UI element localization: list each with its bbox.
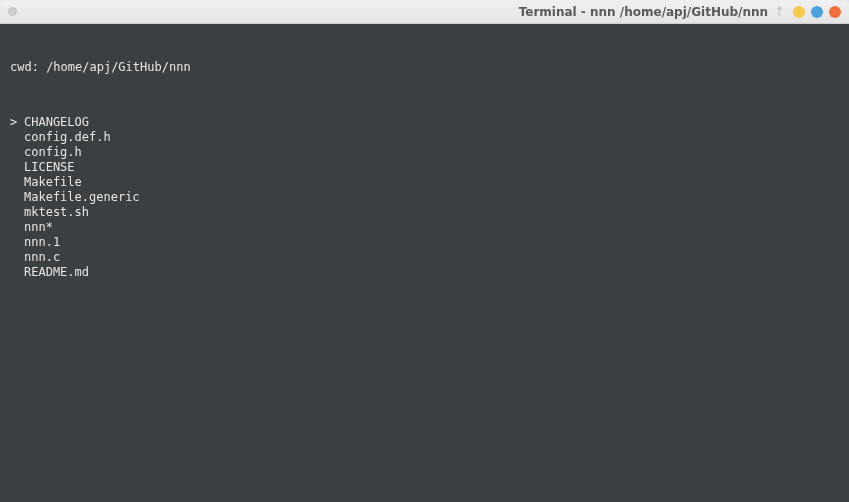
file-name: nnn*	[24, 220, 53, 235]
titlebar-controls: ↑	[774, 4, 841, 19]
list-item[interactable]: nnn.c	[10, 250, 839, 265]
list-item[interactable]: mktest.sh	[10, 205, 839, 220]
file-name: CHANGELOG	[24, 115, 89, 130]
file-name: config.h	[24, 145, 82, 160]
file-list[interactable]: > CHANGELOG config.def.h config.h LICENS…	[10, 115, 839, 280]
file-name: config.def.h	[24, 130, 111, 145]
file-name: LICENSE	[24, 160, 75, 175]
terminal-window: Terminal - nnn /home/apj/GitHub/nnn ↑ cw…	[0, 0, 849, 502]
cursor-indicator	[10, 205, 24, 220]
file-name: nnn.1	[24, 235, 60, 250]
cursor-indicator	[10, 190, 24, 205]
up-arrow-icon: ↑	[774, 4, 785, 19]
list-item[interactable]: config.h	[10, 145, 839, 160]
file-name: README.md	[24, 265, 89, 280]
cursor-indicator	[10, 145, 24, 160]
cursor-indicator	[10, 220, 24, 235]
cwd-path: /home/apj/GitHub/nnn	[46, 60, 191, 74]
titlebar-left	[8, 7, 23, 16]
list-item[interactable]: nnn*	[10, 220, 839, 235]
window-menu-dot-icon[interactable]	[8, 7, 17, 16]
list-item[interactable]: Makefile.generic	[10, 190, 839, 205]
maximize-button[interactable]	[811, 6, 823, 18]
file-name: mktest.sh	[24, 205, 89, 220]
list-item[interactable]: config.def.h	[10, 130, 839, 145]
cursor-indicator	[10, 250, 24, 265]
minimize-button[interactable]	[793, 6, 805, 18]
close-button[interactable]	[829, 6, 841, 18]
terminal-content[interactable]: cwd: /home/apj/GitHub/nnn > CHANGELOG co…	[0, 24, 849, 502]
list-item[interactable]: LICENSE	[10, 160, 839, 175]
cursor-indicator	[10, 160, 24, 175]
cwd-label: cwd:	[10, 60, 46, 74]
list-item[interactable]: nnn.1	[10, 235, 839, 250]
cursor-indicator: >	[10, 115, 24, 130]
file-name: Makefile	[24, 175, 82, 190]
cursor-indicator	[10, 130, 24, 145]
cursor-indicator	[10, 235, 24, 250]
list-item[interactable]: > CHANGELOG	[10, 115, 839, 130]
cursor-indicator	[10, 175, 24, 190]
cursor-indicator	[10, 265, 24, 280]
window-title: Terminal - nnn /home/apj/GitHub/nnn	[23, 5, 774, 19]
file-name: nnn.c	[24, 250, 60, 265]
cwd-line: cwd: /home/apj/GitHub/nnn	[10, 60, 839, 75]
titlebar[interactable]: Terminal - nnn /home/apj/GitHub/nnn ↑	[0, 0, 849, 24]
list-item[interactable]: Makefile	[10, 175, 839, 190]
list-item[interactable]: README.md	[10, 265, 839, 280]
file-name: Makefile.generic	[24, 190, 140, 205]
